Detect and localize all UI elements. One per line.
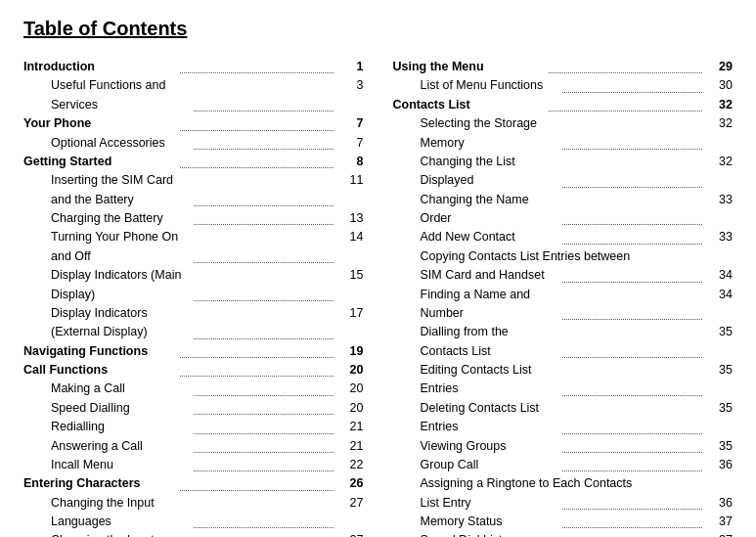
toc-entry: Display Indicators (External Display)17 (23, 304, 364, 342)
toc-entry-label: Memory Status (421, 513, 560, 531)
toc-entry-dots (180, 72, 334, 73)
toc-entry-dots (194, 262, 334, 263)
toc-entry-label: Useful Functions and Services (51, 76, 191, 114)
toc-entry-label: Optional Accessories (51, 134, 191, 153)
toc-entry-page: 35 (705, 361, 733, 380)
toc-entry-label: Display Indicators (External Display) (51, 304, 191, 342)
toc-entry: Getting Started8 (23, 153, 364, 171)
toc-entry: Useful Functions and Services3 (23, 76, 364, 114)
toc-entry-label: Introduction (23, 58, 177, 76)
toc-entry-page: 7 (336, 114, 364, 133)
toc-entry-page: 17 (336, 304, 364, 323)
toc-entry-page: 29 (705, 58, 733, 76)
toc-entry-label: Your Phone (23, 114, 177, 133)
toc-entry: Using the Menu29 (393, 58, 734, 76)
toc-entry-page: 3 (336, 76, 364, 95)
toc-entry-page: 26 (336, 474, 364, 493)
toc-entry-dots (194, 414, 334, 415)
toc-entry: Navigating Functions19 (23, 342, 364, 361)
toc-entry-page: 37 (705, 531, 733, 537)
toc-entry: Making a Call20 (23, 380, 364, 398)
toc-entry-dots (180, 376, 334, 377)
toc-entry: Changing the Name Order33 (393, 191, 734, 229)
toc-entry-label: Changing the List Displayed (421, 153, 560, 191)
toc-entry-page: 36 (705, 494, 733, 513)
toc-entry: Contacts List32 (393, 96, 734, 114)
toc-entry-page: 32 (705, 153, 733, 171)
toc-entry: Memory Status37 (393, 513, 734, 531)
toc-entry-page: 7 (336, 134, 364, 153)
toc-entry-label: Changing the Input Languages (51, 494, 191, 532)
toc-entry-dots (180, 357, 334, 358)
toc-entry-page: 37 (705, 513, 733, 531)
toc-entry-label: Group Call (421, 456, 560, 474)
toc-body: Introduction1Useful Functions and Servic… (23, 58, 733, 537)
toc-entry-dots (562, 244, 702, 245)
toc-entry: Changing the Input Languages27 (23, 494, 364, 532)
toc-entry: Display Indicators (Main Display)15 (23, 266, 364, 304)
toc-entry: Dialling from the Contacts List35 (393, 323, 734, 361)
toc-entry-label: Incall Menu (51, 456, 191, 474)
toc-entry-dots (562, 395, 702, 396)
toc-entry-page: 13 (336, 209, 364, 228)
toc-entry: Incall Menu22 (23, 456, 364, 474)
toc-entry: Selecting the Storage Memory32 (393, 114, 734, 153)
toc-entry-page: 20 (336, 380, 364, 398)
right-column: Using the Menu29List of Menu Functions30… (393, 58, 734, 537)
toc-entry-dots (194, 433, 334, 434)
toc-entry-dots (194, 452, 334, 453)
toc-entry-dots (194, 527, 334, 528)
toc-entry-label: List of Menu Functions (421, 76, 560, 95)
toc-entry-page: 21 (336, 418, 364, 436)
toc-entry: Speed Dial List37 (393, 531, 734, 537)
toc-entry-dots (562, 470, 702, 471)
toc-entry-label: Speed Dial List (421, 531, 560, 537)
toc-entry-label: Copying Contacts List Entries between (421, 247, 734, 266)
toc-entry-dots (549, 72, 702, 73)
toc-entry: Speed Dialling20 (23, 399, 364, 418)
toc-entry: Entering Characters26 (23, 474, 364, 493)
toc-entry-page: 21 (336, 437, 364, 456)
toc-entry: Changing the Input Method27 (23, 531, 364, 537)
toc-entry-label: Changing the Name Order (421, 191, 560, 229)
toc-entry-label: Call Functions (23, 361, 177, 380)
toc-entry: Deleting Contacts List Entries35 (393, 399, 734, 437)
toc-entry-label: Entering Characters (23, 474, 177, 493)
toc-entry-dots (562, 149, 702, 150)
toc-entry-dots (194, 338, 334, 339)
toc-entry-label: Contacts List (393, 96, 547, 114)
toc-entry: List of Menu Functions30 (393, 76, 734, 95)
toc-entry-dots (194, 395, 334, 396)
toc-entry-label: Charging the Battery (51, 209, 191, 228)
toc-entry-dots (549, 111, 702, 112)
left-column: Introduction1Useful Functions and Servic… (23, 58, 364, 537)
toc-entry-label: Deleting Contacts List Entries (421, 399, 560, 437)
toc-entry: Copying Contacts List Entries between (393, 247, 734, 266)
toc-entry-page: 33 (705, 228, 733, 246)
toc-entry: Answering a Call21 (23, 437, 364, 456)
toc-entry-label: Selecting the Storage Memory (421, 114, 560, 153)
toc-entry-page: 8 (336, 153, 364, 171)
toc-entry-label: Navigating Functions (23, 342, 177, 361)
toc-entry-dots (562, 452, 702, 453)
toc-entry-label: Making a Call (51, 380, 191, 398)
toc-entry-dots (562, 433, 702, 434)
toc-entry-dots (562, 92, 702, 93)
toc-entry-label: Finding a Name and Number (421, 286, 560, 324)
toc-entry-page: 32 (705, 96, 733, 114)
toc-entry-label: SIM Card and Handset (421, 266, 560, 285)
toc-entry-page: 34 (705, 266, 733, 285)
toc-entry-dots (194, 111, 334, 112)
toc-entry-page: 20 (336, 399, 364, 418)
toc-entry: Call Functions20 (23, 361, 364, 380)
toc-entry-dots (562, 187, 702, 188)
toc-entry-label: Dialling from the Contacts List (421, 323, 560, 361)
toc-entry-label: Display Indicators (Main Display) (51, 266, 191, 304)
toc-entry-page: 35 (705, 399, 733, 418)
toc-entry-dots (180, 167, 334, 168)
toc-entry-page: 33 (705, 191, 733, 209)
toc-entry-page: 36 (705, 456, 733, 474)
toc-entry-label: Answering a Call (51, 437, 191, 456)
toc-entry-label: Getting Started (23, 153, 177, 171)
toc-entry: Inserting the SIM Card and the Battery11 (23, 171, 364, 209)
